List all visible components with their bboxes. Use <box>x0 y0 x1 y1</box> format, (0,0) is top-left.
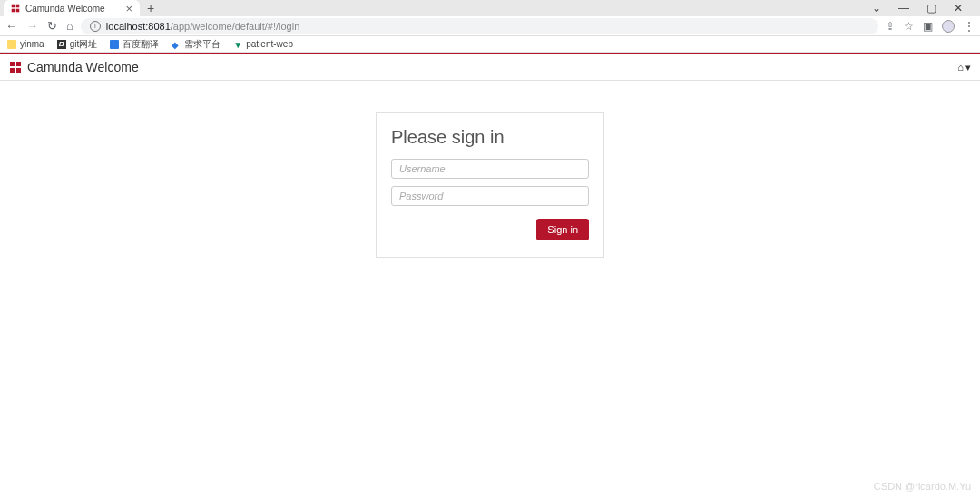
svg-rect-6 <box>10 68 15 73</box>
translate-icon <box>110 40 119 49</box>
site-info-icon[interactable]: i <box>90 21 101 32</box>
minimize-icon[interactable]: — <box>893 2 915 15</box>
svg-rect-0 <box>12 5 15 8</box>
back-icon[interactable]: ← <box>5 19 17 33</box>
svg-rect-7 <box>16 68 21 73</box>
profile-avatar-icon[interactable] <box>942 20 955 33</box>
bookmark-yinma[interactable]: yinma <box>7 39 44 49</box>
maximize-icon[interactable]: ▢ <box>920 2 942 15</box>
camunda-favicon <box>11 4 20 13</box>
signin-button[interactable]: Sign in <box>536 219 589 240</box>
close-tab-icon[interactable]: × <box>125 2 132 15</box>
browser-chrome: Camunda Welcome × + ⌄ — ▢ ✕ ← → ↻ ⌂ i lo… <box>0 0 980 53</box>
svg-rect-1 <box>16 5 20 8</box>
menu-icon[interactable]: ⋮ <box>964 20 975 33</box>
share-icon[interactable]: ⇪ <box>886 20 895 33</box>
window-controls: ⌄ — ▢ ✕ <box>866 2 976 15</box>
svg-rect-5 <box>16 62 21 66</box>
folder-icon <box>7 40 16 49</box>
browser-tab[interactable]: Camunda Welcome × <box>4 0 140 16</box>
tab-bar: Camunda Welcome × + ⌄ — ▢ ✕ <box>0 0 980 16</box>
url-input[interactable]: i localhost:8081/app/welcome/default/#!/… <box>81 18 878 34</box>
camunda-logo-icon <box>9 61 22 73</box>
bookmarks-bar: yinma Bgit网址 百度翻译 ◆需求平台 ▼patient-web <box>0 36 980 53</box>
diamond-icon: ◆ <box>172 40 181 49</box>
watermark: CSDN @ricardo.M.Yu <box>874 481 971 492</box>
extensions-icon[interactable]: ▣ <box>923 20 933 33</box>
login-title: Please sign in <box>391 127 589 148</box>
forward-icon[interactable]: → <box>26 19 38 33</box>
home-dropdown[interactable]: ⌂ ▾ <box>957 62 971 73</box>
reload-icon[interactable]: ↻ <box>47 19 57 33</box>
address-bar: ← → ↻ ⌂ i localhost:8081/app/welcome/def… <box>0 16 980 36</box>
svg-rect-4 <box>10 62 15 66</box>
new-tab-button[interactable]: + <box>140 1 162 15</box>
username-input[interactable] <box>391 159 589 179</box>
app-header: Camunda Welcome ⌂ ▾ <box>0 54 980 81</box>
tab-title: Camunda Welcome <box>25 4 105 14</box>
b-icon: B <box>57 40 66 49</box>
login-card: Please sign in Sign in <box>376 112 604 258</box>
svg-rect-2 <box>12 9 15 13</box>
bookmark-xuqiu[interactable]: ◆需求平台 <box>172 38 220 51</box>
url-path: /app/welcome/default/#!/login <box>171 21 299 32</box>
url-host: localhost:8081 <box>106 21 171 32</box>
address-bar-right: ⇪ ☆ ▣ ⋮ <box>886 20 975 33</box>
chevron-down-icon: ▾ <box>965 62 971 73</box>
home-nav-icon: ⌂ <box>957 62 964 73</box>
star-icon[interactable]: ☆ <box>904 20 914 33</box>
v-icon: ▼ <box>233 40 242 49</box>
chevron-down-icon[interactable]: ⌄ <box>866 2 887 15</box>
login-actions: Sign in <box>391 219 589 240</box>
bookmark-git[interactable]: Bgit网址 <box>57 38 98 51</box>
home-icon[interactable]: ⌂ <box>66 19 74 33</box>
nav-icons: ← → ↻ ⌂ <box>5 19 74 33</box>
bookmark-patient-web[interactable]: ▼patient-web <box>233 39 293 49</box>
close-window-icon[interactable]: ✕ <box>947 2 969 15</box>
bookmark-baidu[interactable]: 百度翻译 <box>110 38 159 51</box>
password-input[interactable] <box>391 186 589 206</box>
app-title: Camunda Welcome <box>27 60 139 74</box>
url-text: localhost:8081/app/welcome/default/#!/lo… <box>106 21 299 32</box>
svg-rect-3 <box>16 9 20 13</box>
